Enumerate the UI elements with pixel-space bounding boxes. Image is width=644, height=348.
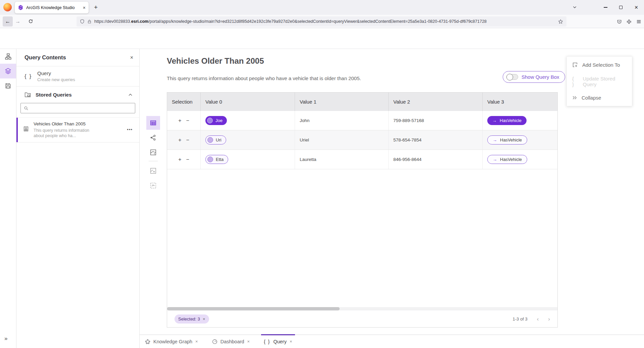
page-title: Vehicles Older Than 2005 bbox=[167, 56, 264, 66]
arrow-right-icon: → bbox=[492, 118, 497, 123]
relationship-chip[interactable]: →HasVehicle bbox=[487, 155, 527, 164]
column-header[interactable]: Value 0 bbox=[201, 93, 295, 111]
remove-selection-icon[interactable]: − bbox=[186, 118, 189, 124]
map-select-icon bbox=[150, 168, 156, 174]
selected-count-chip[interactable]: Selected: 3 × bbox=[175, 314, 209, 324]
tab-dashboard[interactable]: Dashboard × bbox=[211, 335, 251, 348]
value2-cell: 846-956-8644 bbox=[389, 150, 483, 169]
braces-icon: { } bbox=[572, 76, 579, 87]
view-toolbar bbox=[146, 116, 160, 193]
sidebar-item-data-model[interactable] bbox=[0, 49, 16, 64]
column-header[interactable]: Value 1 bbox=[295, 93, 389, 111]
value1-cell: Uriel bbox=[295, 130, 389, 150]
value2-cell: 759-889-57168 bbox=[389, 111, 483, 130]
column-header[interactable]: Value 2 bbox=[389, 93, 483, 111]
hamburger-menu-icon[interactable] bbox=[636, 19, 641, 24]
close-window-button[interactable]: × bbox=[629, 0, 644, 15]
bookmark-star-icon[interactable] bbox=[558, 19, 563, 24]
app-header: Certification Project ? PL publisher2 la… bbox=[0, 28, 644, 49]
search-input[interactable] bbox=[31, 106, 132, 111]
stored-query-item[interactable]: Vehicles Older Than 2005 This query retu… bbox=[16, 117, 139, 142]
folder-icon bbox=[24, 92, 31, 98]
entity-chip[interactable]: Uri bbox=[205, 135, 226, 144]
clear-selection-icon[interactable]: × bbox=[203, 316, 205, 322]
value1-cell: Lauretta bbox=[295, 150, 389, 169]
column-header[interactable]: Value 3 bbox=[483, 93, 557, 111]
url-bar[interactable]: https://dev0028833.esri.com/portal/apps/… bbox=[77, 16, 566, 26]
table-row[interactable]: +−EttaLauretta846-956-8644→HasVehicle bbox=[167, 150, 557, 169]
item-options-icon[interactable]: ••• bbox=[127, 127, 133, 132]
entity-avatar-icon bbox=[207, 118, 213, 123]
next-page-icon[interactable]: › bbox=[548, 316, 550, 323]
maximize-button[interactable] bbox=[613, 0, 629, 15]
table-footer: Selected: 3 × 1-3 of 3 ‹ › bbox=[167, 310, 557, 328]
menu-item-add-selection-to[interactable]: Add Selection To bbox=[567, 57, 632, 73]
table-row[interactable]: +−UriUriel578-654-7854→HasVehicle bbox=[167, 130, 557, 150]
menu-item-update-stored-query[interactable]: { } Update Stored Query bbox=[567, 73, 632, 90]
add-selection-icon bbox=[572, 62, 578, 68]
relationship-chip[interactable]: →HasVehicle bbox=[487, 116, 527, 125]
close-tab-icon[interactable]: × bbox=[195, 339, 198, 344]
select-area-button[interactable] bbox=[146, 179, 160, 192]
tab-list-chevron-icon[interactable] bbox=[573, 5, 577, 9]
query-item-subtitle: Create new queries bbox=[37, 77, 75, 82]
tab-close-icon[interactable]: × bbox=[83, 5, 86, 10]
lock-icon[interactable] bbox=[87, 19, 92, 24]
stored-queries-header[interactable]: Stored Queries bbox=[16, 86, 139, 101]
stored-queries-search[interactable] bbox=[20, 103, 135, 113]
expand-rail-icon[interactable]: » bbox=[4, 335, 7, 342]
close-tab-icon[interactable]: × bbox=[290, 339, 292, 344]
expand-selection-icon[interactable]: + bbox=[178, 137, 181, 143]
search-icon bbox=[24, 106, 29, 111]
query-item[interactable]: { } Query Create new queries bbox=[16, 66, 139, 86]
entity-cell: Etta bbox=[201, 150, 295, 169]
firefox-icon[interactable] bbox=[3, 3, 12, 11]
tab-label: Dashboard bbox=[220, 339, 244, 344]
chevron-up-icon[interactable] bbox=[128, 93, 133, 97]
table-row[interactable]: +−JoeJohn759-889-57168→HasVehicle bbox=[167, 111, 557, 130]
query-contents-panel: Query Contents × { } Query Create new qu… bbox=[16, 49, 140, 348]
close-tab-icon[interactable]: × bbox=[247, 339, 250, 344]
expand-selection-icon[interactable]: + bbox=[178, 157, 181, 163]
table-icon bbox=[150, 120, 156, 126]
table-view-button[interactable] bbox=[146, 116, 160, 130]
value2-cell: 578-654-7854 bbox=[389, 130, 483, 150]
scrollbar-thumb[interactable] bbox=[167, 307, 340, 310]
extensions-icon[interactable] bbox=[627, 19, 632, 24]
back-button[interactable]: ← bbox=[3, 16, 13, 26]
entity-chip[interactable]: Joe bbox=[205, 116, 227, 125]
sitemap-icon bbox=[5, 53, 11, 60]
show-query-box-toggle[interactable]: Show Query Box bbox=[503, 71, 565, 83]
remove-selection-icon[interactable]: − bbox=[186, 157, 189, 163]
tab-knowledge-graph[interactable]: Knowledge Graph × bbox=[144, 335, 199, 348]
shield-icon[interactable] bbox=[80, 19, 85, 24]
link-chart-view-button[interactable] bbox=[146, 131, 160, 144]
left-rail: » bbox=[0, 49, 16, 348]
panel-close-icon[interactable]: × bbox=[130, 55, 133, 61]
new-tab-button[interactable]: + bbox=[94, 4, 98, 11]
sidebar-item-contents[interactable] bbox=[0, 64, 16, 78]
tab-query[interactable]: { } Query × bbox=[263, 335, 293, 348]
horizontal-scrollbar[interactable] bbox=[167, 307, 557, 310]
value1-cell: John bbox=[295, 111, 389, 130]
toggle-switch[interactable] bbox=[506, 74, 518, 80]
menu-item-collapse[interactable]: Collapse bbox=[567, 90, 632, 106]
add-to-map-button[interactable] bbox=[146, 164, 160, 178]
pocket-icon[interactable] bbox=[617, 19, 622, 24]
entity-cell: Uri bbox=[201, 130, 295, 150]
relationship-chip[interactable]: →HasVehicle bbox=[487, 135, 527, 144]
relation-cell: →HasVehicle bbox=[483, 150, 557, 169]
minimize-button[interactable] bbox=[598, 0, 613, 15]
selection-cell: +− bbox=[167, 130, 201, 150]
map-view-button[interactable] bbox=[146, 146, 160, 159]
entity-chip[interactable]: Etta bbox=[205, 155, 228, 164]
forward-button[interactable]: → bbox=[13, 16, 23, 26]
sidebar-item-save[interactable] bbox=[0, 78, 16, 93]
browser-tab[interactable]: ArcGIS Knowledge Studio × bbox=[15, 2, 89, 13]
column-header[interactable]: Selection bbox=[167, 93, 201, 111]
remove-selection-icon[interactable]: − bbox=[186, 137, 189, 143]
reload-button[interactable] bbox=[26, 16, 36, 26]
expand-selection-icon[interactable]: + bbox=[178, 118, 181, 124]
prev-page-icon[interactable]: ‹ bbox=[537, 316, 539, 323]
relation-cell: →HasVehicle bbox=[483, 111, 557, 130]
